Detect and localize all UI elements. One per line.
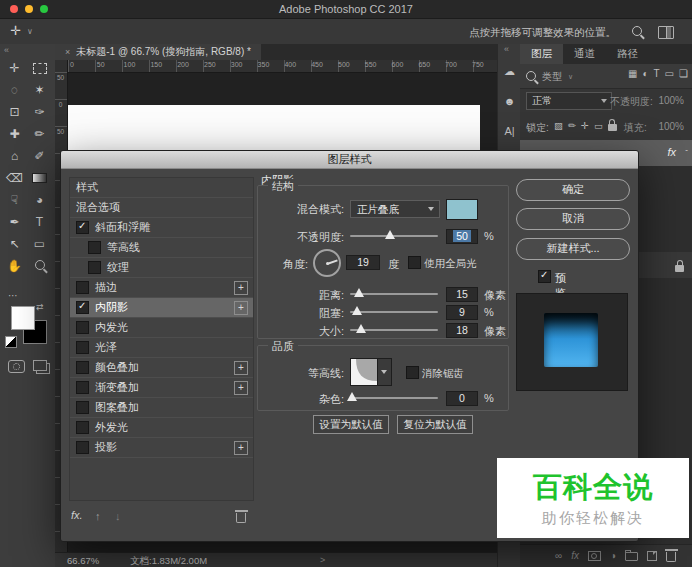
- size-field[interactable]: 18: [446, 323, 478, 338]
- style-item-纹理[interactable]: 纹理: [70, 258, 253, 278]
- search-icon[interactable]: [632, 26, 642, 36]
- delete-effect-icon[interactable]: [236, 513, 246, 523]
- cancel-button[interactable]: 取消: [516, 208, 630, 230]
- delete-layer-icon[interactable]: [666, 552, 676, 562]
- layer-effects-badge[interactable]: fx: [667, 146, 676, 158]
- screen-mode-icon[interactable]: [33, 360, 47, 371]
- dialog-title[interactable]: 图层样式: [61, 151, 638, 169]
- pen-tool[interactable]: ✒: [4, 214, 26, 230]
- shadow-color-swatch[interactable]: [446, 199, 478, 220]
- lock-all-icon[interactable]: [608, 124, 617, 131]
- move-tool[interactable]: ✛: [4, 60, 26, 76]
- layer-group-icon[interactable]: [625, 552, 638, 561]
- style-checkbox[interactable]: [76, 321, 89, 334]
- document-tab[interactable]: × 未标题-1 @ 66.7% (搜狗指南, RGB/8) *: [55, 44, 261, 60]
- style-item-外发光[interactable]: 外发光: [70, 418, 253, 438]
- style-checkbox[interactable]: [76, 281, 89, 294]
- filter-smart-object-icon[interactable]: ❏: [679, 68, 688, 79]
- libraries-panel-icon[interactable]: ☁: [498, 56, 521, 86]
- swap-colors-icon[interactable]: ⇄: [36, 302, 44, 312]
- lasso-tool[interactable]: ◌: [4, 82, 26, 98]
- style-checkbox[interactable]: [88, 241, 101, 254]
- gradient-tool[interactable]: [29, 170, 51, 186]
- lock-move-icon[interactable]: ✛: [581, 120, 589, 131]
- distance-slider[interactable]: [350, 286, 438, 302]
- lock-paint-icon[interactable]: ✏: [568, 120, 576, 131]
- layer-mask-icon[interactable]: [588, 551, 601, 561]
- tool-preset-caret-icon[interactable]: ∨: [27, 27, 33, 36]
- style-item-内阴影[interactable]: 内阴影+: [70, 298, 253, 318]
- more-tools-icon[interactable]: ⋯: [8, 290, 19, 301]
- fx-icon[interactable]: fx.: [71, 509, 83, 521]
- style-item-混合选项[interactable]: 混合选项: [70, 198, 253, 218]
- clone-stamp-tool[interactable]: ⌂: [4, 148, 26, 164]
- filter-type-label[interactable]: 类型: [542, 70, 562, 84]
- size-slider[interactable]: [350, 322, 438, 338]
- ok-button[interactable]: 确定: [516, 179, 630, 201]
- new-style-button[interactable]: 新建样式...: [516, 238, 630, 260]
- contour-dropdown-icon[interactable]: [377, 358, 392, 386]
- character-panel-icon[interactable]: A|: [498, 116, 521, 146]
- type-tool[interactable]: T: [29, 214, 51, 230]
- move-effect-down-icon[interactable]: ↓: [115, 510, 121, 522]
- adjustment-layer-icon[interactable]: ◑: [610, 550, 616, 561]
- choke-slider[interactable]: [350, 304, 438, 320]
- quick-mask-icon[interactable]: [8, 360, 25, 373]
- crop-tool[interactable]: ⊡: [4, 104, 26, 120]
- path-selection-tool[interactable]: ↖: [4, 236, 26, 252]
- healing-brush-tool[interactable]: ✚: [4, 126, 26, 142]
- style-checkbox[interactable]: [76, 301, 89, 314]
- add-effect-instance-icon[interactable]: +: [234, 361, 248, 375]
- style-item-渐变叠加[interactable]: 渐变叠加+: [70, 378, 253, 398]
- slider-thumb[interactable]: [354, 288, 364, 297]
- opacity-slider[interactable]: [350, 228, 438, 244]
- blend-mode-select[interactable]: 正常: [526, 92, 612, 110]
- style-item-图案叠加[interactable]: 图案叠加: [70, 398, 253, 418]
- smudge-tool[interactable]: ☟: [4, 192, 26, 208]
- default-colors-icon[interactable]: [5, 336, 17, 348]
- style-checkbox[interactable]: [76, 221, 89, 234]
- eraser-tool[interactable]: ⌫: [4, 170, 26, 186]
- filter-pixel-layers-icon[interactable]: ▦: [628, 68, 637, 79]
- panel-tab-路径[interactable]: 路径: [606, 44, 649, 64]
- status-options-chevron-icon[interactable]: >: [320, 555, 325, 565]
- distance-field[interactable]: 15: [446, 287, 478, 302]
- style-item-投影[interactable]: 投影+: [70, 438, 253, 458]
- slider-thumb[interactable]: [385, 230, 395, 239]
- blend-mode-select[interactable]: 正片叠底: [350, 200, 440, 218]
- style-item-等高线[interactable]: 等高线: [70, 238, 253, 258]
- filter-shape-layers-icon[interactable]: ▭: [665, 68, 674, 79]
- style-item-样式[interactable]: 样式: [70, 178, 253, 198]
- style-checkbox[interactable]: [76, 421, 89, 434]
- collapse-panels-icon[interactable]: «: [504, 44, 509, 54]
- noise-field[interactable]: 0: [446, 391, 478, 406]
- style-checkbox[interactable]: [88, 261, 101, 274]
- eyedropper-tool[interactable]: ✑: [29, 104, 51, 120]
- foreground-color-swatch[interactable]: [11, 306, 35, 330]
- style-item-颜色叠加[interactable]: 颜色叠加+: [70, 358, 253, 378]
- slider-thumb[interactable]: [347, 392, 357, 401]
- filter-adjustment-layers-icon[interactable]: ◐: [642, 68, 648, 79]
- panel-tab-图层[interactable]: 图层: [520, 44, 563, 64]
- lock-artboard-icon[interactable]: ▭: [594, 120, 603, 131]
- noise-slider[interactable]: [350, 390, 438, 406]
- layer-effects-icon[interactable]: fx: [571, 550, 579, 561]
- history-brush-tool[interactable]: ✐: [29, 148, 51, 164]
- effects-collapse-icon[interactable]: ˆ: [685, 148, 688, 157]
- zoom-tool[interactable]: [29, 258, 51, 274]
- adjustments-panel-icon[interactable]: ☻: [498, 86, 521, 116]
- style-checkbox[interactable]: [76, 441, 89, 454]
- dodge-tool[interactable]: ◕: [29, 192, 51, 208]
- preview-checkbox[interactable]: [538, 270, 551, 283]
- make-default-button[interactable]: 设置为默认值: [313, 415, 389, 434]
- workspace-switcher-icon[interactable]: [658, 26, 674, 39]
- magic-wand-tool[interactable]: ✶: [29, 82, 51, 98]
- add-effect-instance-icon[interactable]: +: [234, 441, 248, 455]
- move-effect-up-icon[interactable]: ↑: [95, 510, 101, 522]
- slider-thumb[interactable]: [356, 324, 366, 333]
- panel-tab-通道[interactable]: 通道: [563, 44, 606, 64]
- style-item-内发光[interactable]: 内发光: [70, 318, 253, 338]
- opacity-field[interactable]: 50: [446, 229, 478, 244]
- style-item-描边[interactable]: 描边+: [70, 278, 253, 298]
- style-checkbox[interactable]: [76, 381, 89, 394]
